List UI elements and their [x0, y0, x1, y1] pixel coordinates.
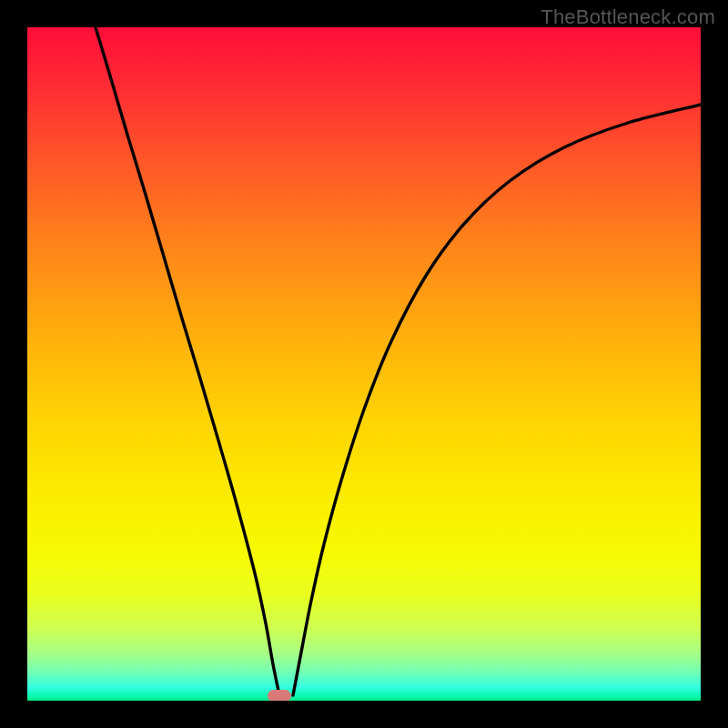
curve-right: [293, 105, 701, 695]
watermark-text: TheBottleneck.com: [541, 5, 715, 29]
curve-left: [96, 27, 279, 695]
plot-area: [27, 27, 701, 701]
curve-layer: [27, 27, 701, 701]
bottleneck-marker: [268, 690, 291, 701]
